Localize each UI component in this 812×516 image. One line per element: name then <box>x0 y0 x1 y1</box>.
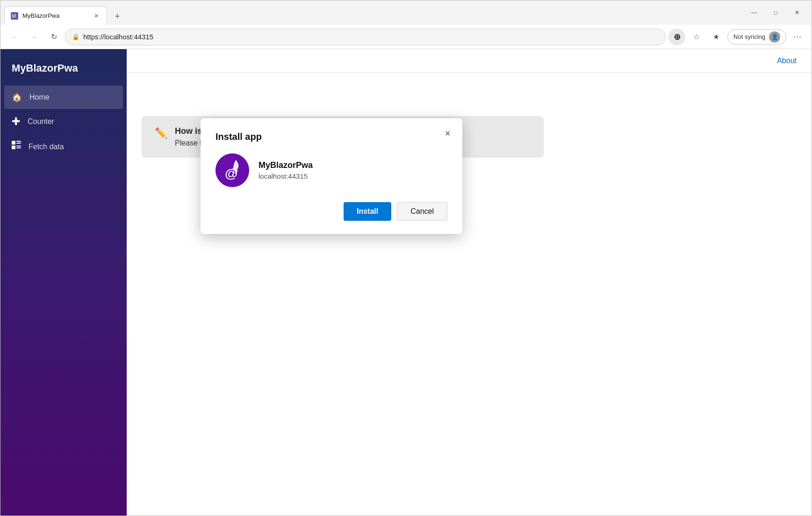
sync-label: Not syncing <box>733 33 765 40</box>
avatar-icon: 👤 <box>771 34 778 40</box>
svg-text:M: M <box>12 13 16 19</box>
browser-content: MyBlazorPwa 🏠 Home ✚ Counter <box>0 49 812 516</box>
tab-strip: M MyBlazorPwa ✕ + <box>4 0 743 25</box>
address-text: https://localhost:44315 <box>83 33 153 41</box>
cancel-button[interactable]: Cancel <box>397 202 447 221</box>
browser-window: M MyBlazorPwa ✕ + — □ ✕ ← <box>0 0 812 516</box>
forward-button[interactable]: → <box>26 29 43 45</box>
dialog-title: Install app <box>216 131 447 142</box>
collections-button[interactable]: ★ <box>708 29 725 45</box>
minimize-button[interactable]: — <box>743 5 765 20</box>
back-button[interactable]: ← <box>6 29 23 45</box>
window-controls: — □ ✕ <box>743 5 808 20</box>
install-plus-icon: ⊕ <box>674 32 681 42</box>
install-pwa-button[interactable]: ⊕ <box>668 29 685 45</box>
more-button[interactable]: ··· <box>789 29 806 45</box>
dialog-close-button[interactable]: ✕ <box>440 126 455 141</box>
collections-icon: ★ <box>713 32 719 41</box>
app-url: localhost:44315 <box>259 172 313 180</box>
tab-close-button[interactable]: ✕ <box>92 11 101 21</box>
star-icon: ☆ <box>693 32 700 41</box>
close-button[interactable]: ✕ <box>786 5 808 20</box>
favorites-button[interactable]: ☆ <box>688 29 705 45</box>
app-name: MyBlazorPwa <box>259 160 313 170</box>
lock-icon: 🔒 <box>72 33 79 40</box>
svg-text:@: @ <box>225 166 237 181</box>
active-tab[interactable]: M MyBlazorPwa ✕ <box>4 6 107 25</box>
address-bar[interactable]: 🔒 https://localhost:44315 <box>65 29 666 45</box>
dialog-buttons: Install Cancel <box>216 202 447 221</box>
dialog-overlay: Install app ✕ @ <box>0 49 812 516</box>
refresh-button[interactable]: ↻ <box>45 29 62 45</box>
app-icon: @ <box>216 153 249 187</box>
title-bar: M MyBlazorPwa ✕ + — □ ✕ <box>0 0 812 25</box>
app-info: @ MyBlazorPwa localhost:44315 <box>216 153 447 187</box>
install-dialog: Install app ✕ @ <box>201 118 462 234</box>
sync-button[interactable]: Not syncing 👤 <box>727 29 786 44</box>
app-details: MyBlazorPwa localhost:44315 <box>259 160 313 180</box>
nav-bar: ← → ↻ 🔒 https://localhost:44315 ⊕ ☆ ★ No… <box>0 25 812 49</box>
install-button[interactable]: Install <box>344 202 391 221</box>
tab-title: MyBlazorPwa <box>22 12 88 19</box>
more-icon: ··· <box>793 32 802 42</box>
profile-avatar: 👤 <box>769 31 780 43</box>
tab-favicon: M <box>10 12 19 20</box>
maximize-button[interactable]: □ <box>765 5 786 20</box>
new-tab-button[interactable]: + <box>109 8 126 25</box>
